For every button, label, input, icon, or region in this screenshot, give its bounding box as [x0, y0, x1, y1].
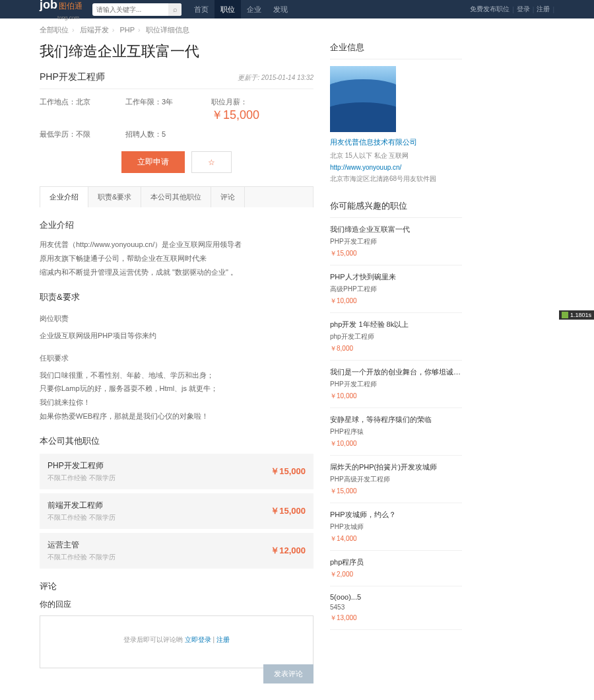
interest-section: 你可能感兴趣的职位 我们缔造企业互联富一代PHP开发工程师￥15,000PHP人… [330, 200, 462, 630]
interest-item[interactable]: 我们是一个开放的创业舞台，你够坦诚、够任性，...PHP开发工程师￥10,000 [330, 361, 462, 408]
section-intro: 企业介绍 用友优普（http://www.yonyouup.cn/）是企业互联网… [40, 219, 314, 279]
crumb-current: 职位详细信息 [146, 26, 189, 34]
section-other-jobs: 本公司其他职位 PHP开发工程师不限工作经验 不限学历￥15,000前端开发工程… [40, 435, 314, 569]
tab-comment[interactable]: 评论 [211, 187, 245, 207]
search-icon[interactable]: ⌕ [168, 3, 182, 16]
company-address: 北京市海淀区北清路68号用友软件园 [330, 174, 462, 184]
logo[interactable]: job 图伯通 tong.com [40, 0, 82, 21]
company-name-link[interactable]: 用友优普信息技术有限公司 [330, 137, 462, 147]
favorite-button[interactable]: ☆ [191, 151, 232, 173]
salary: ￥15,000 [211, 108, 259, 122]
tab-duty[interactable]: 职责&要求 [88, 187, 141, 207]
post-job-link[interactable]: 免费发布职位 [470, 5, 510, 14]
submit-comment-button[interactable]: 发表评论 [263, 664, 314, 683]
interest-item[interactable]: php开发 1年经验 8k以上php开发工程师￥8,000 [330, 313, 462, 361]
interest-item[interactable]: 5(ooo)...55453￥13,000 [330, 586, 462, 630]
section-duty: 职责&要求 岗位职责 企业级互联网级用PHP项目等你来约 任职要求 我们口味很重… [40, 291, 314, 423]
interest-item[interactable]: PHP攻城师，约么？PHP攻城师￥14,000 [330, 503, 462, 551]
crumb-backend[interactable]: 后端开发 [80, 26, 109, 34]
nav-discover[interactable]: 发现 [267, 0, 294, 18]
nav-company[interactable]: 企业 [241, 0, 267, 18]
logo-cn: 图伯通 [59, 1, 82, 11]
company-card: 企业信息 用友优普信息技术有限公司 北京 15人以下 私企 互联网 http:/… [330, 42, 462, 184]
section-comment: 评论 你的回应 登录后即可以评论哟 立即登录 | 注册 发表评论 [40, 580, 314, 645]
search-input[interactable] [92, 6, 168, 13]
other-job-item[interactable]: 前端开发工程师不限工作经验 不限学历￥15,000 [40, 493, 314, 529]
tab-intro[interactable]: 企业介绍 [40, 187, 88, 207]
tab-other[interactable]: 本公司其他职位 [141, 187, 211, 207]
search-box: ⌕ [92, 3, 182, 16]
main-nav: 首页 职位 企业 发现 [188, 0, 294, 18]
info-grid: 工作地点：北京 工作年限：3年 职位月薪： ￥15,000 最低学历：不限 招聘… [40, 97, 314, 139]
job-subtitle: PHP开发工程师 [40, 71, 105, 83]
perf-badge: 1.1801s [559, 310, 594, 320]
company-website-link[interactable]: http://www.yonyouup.cn/ [330, 164, 462, 171]
crumb-php[interactable]: PHP [119, 26, 135, 34]
interest-item[interactable]: 我们缔造企业互联富一代PHP开发工程师￥15,000 [330, 218, 462, 265]
interest-item[interactable]: 安静星球，等待程序猿们的荣临PHP程序猿￥10,000 [330, 408, 462, 456]
interest-item[interactable]: php程序员￥2,000 [330, 551, 462, 586]
logo-sub: tong.com [57, 15, 79, 20]
other-job-item[interactable]: 运营主管不限工作经验 不限学历￥12,000 [40, 533, 314, 569]
apply-button[interactable]: 立即申请 [121, 151, 185, 173]
crumb-all[interactable]: 全部职位 [40, 26, 69, 34]
company-meta: 北京 15人以下 私企 互联网 [330, 151, 462, 160]
header-right: 免费发布职位 | 登录 | 注册 | [470, 5, 554, 14]
login-link[interactable]: 登录 [517, 5, 530, 14]
logo-main: job [40, 0, 57, 12]
tabs: 企业介绍 职责&要求 本公司其他职位 评论 [40, 186, 314, 207]
nav-jobs[interactable]: 职位 [214, 0, 241, 18]
page-title: 我们缔造企业互联富一代 [40, 42, 314, 61]
interest-item[interactable]: 屌炸天的PHP(拍簧片)开发攻城师PHP高级开发工程师￥15,000 [330, 456, 462, 503]
nav-home[interactable]: 首页 [188, 0, 214, 18]
interest-item[interactable]: PHP人才快到碗里来高级PHP工程师￥10,000 [330, 265, 462, 313]
breadcrumb: 全部职位› 后端开发› PHP› 职位详细信息 [40, 18, 554, 42]
register-link[interactable]: 注册 [537, 5, 550, 14]
hint-login[interactable]: 立即登录 [185, 636, 211, 643]
hint-register[interactable]: 注册 [216, 636, 230, 643]
company-image [330, 66, 396, 132]
comment-hint: 登录后即可以评论哟 立即登录 | 注册 [40, 635, 314, 645]
update-time: 更新于: 2015-01-14 13:32 [238, 73, 314, 83]
other-job-item[interactable]: PHP开发工程师不限工作经验 不限学历￥15,000 [40, 454, 314, 489]
